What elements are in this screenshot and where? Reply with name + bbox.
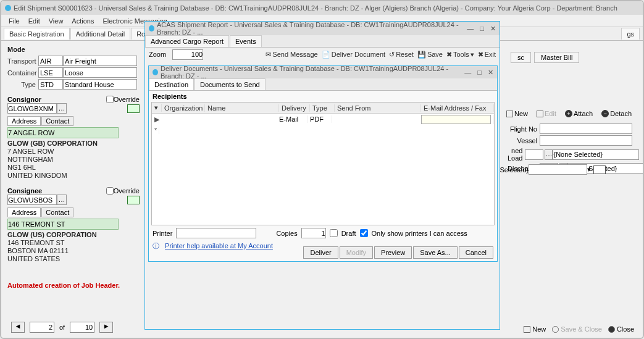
flight-input[interactable] [540,123,632,134]
modify-button: Modify [340,246,373,259]
email-input[interactable] [421,115,491,124]
win3-title: Deliver Documents - Universal Sales & Tr… [161,65,464,80]
tab-basic[interactable]: Basic Registration [4,28,70,40]
close-icon[interactable]: ✕ [488,69,493,77]
zoom-input[interactable] [172,49,203,60]
footer-save-button[interactable]: Save & Close [552,325,602,333]
consignee-addr-input[interactable] [7,219,119,230]
tab-sc[interactable]: sc [511,52,531,63]
new-row-icon[interactable]: * [152,127,159,134]
consignor-override-chk[interactable] [106,96,114,103]
printer-input[interactable] [176,228,256,238]
win2-title: ACAS Shipment Report - Universal Sales &… [157,21,467,36]
deliver-doc-button[interactable]: 📄 Deliver Document [322,51,385,59]
footer-new-button[interactable]: New [524,325,546,333]
tools-button[interactable]: ✖ Tools ▾ [446,51,474,59]
consignor-lookup-icon[interactable]: … [57,103,67,114]
menu-edit[interactable]: Edit [28,17,40,25]
help-icon: ⓘ [153,242,159,249]
consignee-code[interactable] [7,195,57,205]
app-icon [5,5,11,11]
close-icon[interactable]: ✕ [490,25,496,33]
copies-input[interactable] [301,228,326,238]
menu-file[interactable]: File [9,17,20,25]
consignee-mail-icon[interactable] [127,196,140,204]
recipients-grid[interactable]: ▾ Organization Name Delivery Type Send F… [151,102,495,225]
right-tabs: sc Master Bill [511,52,634,63]
menu-view[interactable]: View [49,17,64,25]
minimize-icon[interactable]: — [467,25,474,33]
next-page-button[interactable]: ► [99,322,113,333]
page-input[interactable] [30,322,54,333]
maximize-icon[interactable]: □ [477,69,482,77]
consignor-label: Consignor [7,96,106,103]
vessel-input[interactable] [540,135,632,146]
consignee-tab-contact[interactable]: Contact [41,207,73,217]
transport-code[interactable] [38,56,63,66]
send-message-button[interactable]: ✉ Send Message [266,51,317,59]
prev-page-button[interactable]: ◄ [11,322,25,333]
footer-close-button[interactable]: Close [608,325,634,333]
container-code[interactable] [38,67,63,78]
transport-desc[interactable] [63,56,137,66]
consignee-address: GLOW (US) CORPORATION 146 TREMONT STBOST… [7,231,140,263]
type-desc[interactable] [63,79,137,90]
consignor-addr-input[interactable] [7,127,119,138]
load-input[interactable] [525,149,543,160]
edit-button[interactable]: Edit [534,109,559,119]
consignee-lookup-icon[interactable]: … [57,195,67,205]
mode-label: Mode [7,46,140,53]
consignor-mail-icon[interactable] [127,104,140,113]
tab-acr[interactable]: Advanced Cargo Report [145,35,229,47]
app-icon [153,69,158,75]
consignee-override-chk[interactable] [106,187,114,195]
selected-input[interactable] [529,164,587,175]
printer-help-link[interactable]: Printer help available at My Account [161,241,277,251]
cancel-button[interactable]: Cancel [459,246,493,259]
load-none[interactable] [553,149,639,160]
recipients-label: Recipients [149,91,497,102]
only-printers-chk[interactable] [360,229,368,237]
menu-actions[interactable]: Actions [72,17,94,25]
job-header-note: Automated creation of Job Header. [7,282,140,289]
preview-button[interactable]: Preview [374,246,412,259]
type-code[interactable] [38,79,63,90]
reset-button[interactable]: ↺ Reset [389,51,414,59]
selected-dd-icon[interactable]: ▾ [587,165,591,174]
new-button[interactable]: New [504,109,530,119]
detach-button[interactable]: −Detach [599,109,634,119]
app-icon [149,25,154,31]
deliver-button[interactable]: Deliver [303,246,338,259]
expand-icon[interactable]: ▾ [152,104,162,112]
main-titlebar: Edit Shipment S00001623 - Universal Sale… [1,1,643,15]
exit-button[interactable]: ✖ Exit [478,51,496,59]
page-total [70,322,94,333]
consignor-code[interactable] [7,103,57,114]
minimize-icon[interactable]: — [464,69,471,77]
load-lookup-icon[interactable]: … [545,149,553,160]
row-selector-icon[interactable]: ▶ [152,115,159,123]
save-button[interactable]: 💾 Save [417,51,443,59]
maximize-icon[interactable]: □ [480,25,484,33]
deliver-dialog: Deliver Documents - Universal Sales & Tr… [148,65,498,262]
consignor-tab-address[interactable]: Address [7,116,41,126]
tab-docs[interactable]: Documents to Send [194,78,266,90]
tab-additional[interactable]: Additional Detail [70,28,131,40]
attach-button[interactable]: +Attach [562,109,595,119]
tab-events[interactable]: Events [230,35,262,47]
consignor-address: GLOW (GB) CORPORATION 7 ANGEL ROWNOTTING… [7,140,140,180]
consignee-label: Consignee [7,187,106,195]
consignor-tab-contact[interactable]: Contact [41,116,73,126]
selected-mail-icon[interactable] [593,165,606,174]
container-desc[interactable] [63,67,137,78]
tab-destination[interactable]: Destination [149,78,194,90]
draft-chk[interactable] [330,229,338,237]
main-title: Edit Shipment S00001623 - Universal Sale… [14,4,617,12]
tab-gs[interactable]: gs [621,28,640,40]
saveas-button[interactable]: Save As... [413,246,458,259]
consignee-tab-address[interactable]: Address [7,207,41,217]
tab-masterbill[interactable]: Master Bill [534,52,579,63]
